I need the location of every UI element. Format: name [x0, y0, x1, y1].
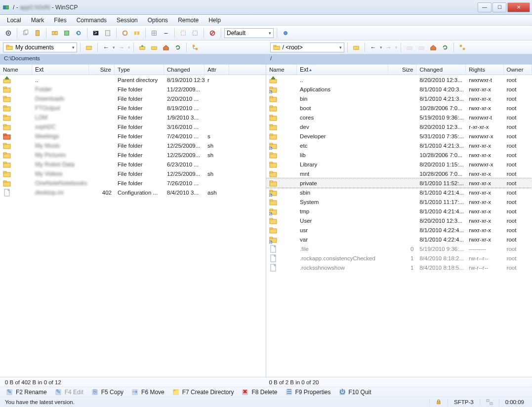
- col-type[interactable]: Type: [115, 65, 164, 75]
- remote-root-icon[interactable]: [416, 42, 427, 53]
- remote-refresh-icon[interactable]: [440, 42, 450, 53]
- menu-session[interactable]: Session: [113, 16, 142, 25]
- local-refresh-icon[interactable]: [172, 42, 183, 53]
- table-row[interactable]: OneNoteNotebooksFile folder7/26/2010 ...: [0, 178, 266, 188]
- table-row[interactable]: bin8/1/2010 4:21:3...rwxr-xr-xroot: [266, 94, 532, 103]
- menu-files[interactable]: Files: [50, 16, 70, 25]
- menu-help[interactable]: Help: [205, 16, 225, 25]
- table-row[interactable]: My VideosFile folder12/25/2009...sh: [0, 169, 266, 178]
- table-row[interactable]: My Robot DataFile folder6/23/2010 ...: [0, 160, 266, 169]
- minus-icon[interactable]: –: [161, 28, 171, 39]
- menu-remote[interactable]: Remote: [174, 16, 203, 25]
- col-name[interactable]: Name: [0, 65, 32, 75]
- table-row[interactable]: FolderFile folder11/22/2009...: [0, 84, 266, 94]
- local-back-icon[interactable]: ←: [101, 42, 112, 53]
- table-row[interactable]: xxphDCFile folder3/16/2010 ...: [0, 122, 266, 131]
- col-size[interactable]: Size: [388, 65, 416, 75]
- table-row[interactable]: cores5/19/2010 9:36:...rwxrwxr-troot: [266, 113, 532, 122]
- table-row[interactable]: User8/20/2010 12:3...rwxr-xr-xroot: [266, 216, 532, 225]
- minimize-button[interactable]: ―: [478, 2, 491, 12]
- table-row[interactable]: sbin8/1/2010 4:21:4...rwxr-xr-xroot: [266, 188, 532, 197]
- table-row[interactable]: Developer5/31/2010 7:35:...rwxrwxr-xroot: [266, 131, 532, 141]
- table-row[interactable]: LDMFile folder1/9/2010 3...: [0, 113, 266, 122]
- tool-b-icon[interactable]: [61, 28, 72, 39]
- refresh-icon[interactable]: [73, 28, 84, 39]
- mark-icon[interactable]: [178, 28, 189, 39]
- unmark-icon[interactable]: [190, 28, 201, 39]
- local-root-icon[interactable]: [149, 42, 160, 53]
- maximize-button[interactable]: ☐: [492, 2, 506, 12]
- table-row[interactable]: .rockapp.consistencyChecked18/4/2010 8:1…: [266, 253, 532, 263]
- sync-icon[interactable]: [120, 28, 130, 39]
- local-tree-icon[interactable]: [190, 42, 201, 53]
- fnkey-move[interactable]: ⇢F6 Move: [127, 389, 168, 396]
- table-row[interactable]: mnt10/28/2006 7:0...rwxr-xr-xroot: [266, 169, 532, 178]
- table-row[interactable]: ..Parent directory8/19/2010 12:3...r: [0, 75, 266, 84]
- col-size[interactable]: Size: [89, 65, 115, 75]
- table-row[interactable]: MeetingsFile folder7/24/2010 ...s: [0, 131, 266, 141]
- menu-local[interactable]: Local: [3, 16, 25, 25]
- fnkey-rename[interactable]: ✎F2 Rename: [2, 389, 51, 396]
- remote-open-folder-icon[interactable]: [351, 42, 362, 53]
- col-changed[interactable]: Changed: [164, 65, 205, 75]
- fnkey-quit[interactable]: ⏻F10 Quit: [335, 389, 375, 396]
- col-ext[interactable]: Ext: [32, 65, 89, 75]
- session-select[interactable]: Default: [224, 28, 274, 38]
- table-row[interactable]: Applications8/1/2010 4:20:3...rwxr-xr-xr…: [266, 84, 532, 94]
- remote-header[interactable]: Name Ext▲ Size Changed Rights Owner: [266, 64, 532, 75]
- terminal-icon[interactable]: >: [90, 28, 101, 39]
- table-row[interactable]: dev8/20/2010 12:3...r-xr-xr-xroot: [266, 122, 532, 131]
- table-row[interactable]: ..8/20/2010 12:3...rwxrwxr-troot: [266, 75, 532, 84]
- col-owner[interactable]: Owner: [504, 65, 532, 75]
- table-row[interactable]: System8/1/2010 11:17:...rwxr-xr-xroot: [266, 197, 532, 206]
- menu-mark[interactable]: Mark: [27, 16, 48, 25]
- table-row[interactable]: desktop.ini402Configuration ...8/4/2010 …: [0, 188, 266, 197]
- table-row[interactable]: My PicturesFile folder12/25/2009...sh: [0, 150, 266, 160]
- table-row[interactable]: boot10/28/2006 7:0...rwxr-xr-xroot: [266, 103, 532, 113]
- remote-forward-icon[interactable]: →: [383, 42, 394, 53]
- copy-icon[interactable]: [20, 28, 31, 39]
- col-ext[interactable]: Ext▲: [297, 65, 388, 75]
- remote-path-select[interactable]: / <root>: [270, 42, 344, 52]
- fnkey-edit[interactable]: ✎F4 Edit: [51, 389, 87, 396]
- table-row[interactable]: DownloadsFile folder2/20/2010 ...: [0, 94, 266, 103]
- table-row[interactable]: etc8/1/2010 4:21:3...rwxr-xr-xroot: [266, 141, 532, 150]
- table-row[interactable]: My MusicFile folder12/25/2009...sh: [0, 141, 266, 150]
- table-row[interactable]: tmp8/1/2010 4:21:4...rwxr-xr-xroot: [266, 206, 532, 216]
- grid-icon[interactable]: [149, 28, 160, 39]
- table-row[interactable]: Library8/20/2010 1:15:...rwxrwxr-xroot: [266, 160, 532, 169]
- remote-tree-icon[interactable]: [457, 42, 468, 53]
- col-changed[interactable]: Changed: [416, 65, 466, 75]
- table-row[interactable]: var8/1/2010 4:22:4...rwxr-xr-xroot: [266, 235, 532, 244]
- table-row[interactable]: private8/1/2010 11:52:...rwxr-xr-xroot: [266, 178, 532, 188]
- table-row[interactable]: FTOutputFile folder8/19/2010 ...: [0, 103, 266, 113]
- col-rights[interactable]: Rights: [466, 65, 503, 75]
- table-row[interactable]: .rocksshnowshow18/4/2010 8:18:5...rw-r--…: [266, 263, 532, 272]
- stop-icon[interactable]: [207, 28, 218, 39]
- remote-file-list[interactable]: ..8/20/2010 12:3...rwxrwxr-trootApplicat…: [266, 75, 532, 377]
- gear2-icon[interactable]: [280, 28, 291, 39]
- calc-icon[interactable]: [102, 28, 113, 39]
- local-drive-select[interactable]: My documents: [3, 42, 77, 52]
- remote-up-icon[interactable]: [404, 42, 415, 53]
- fnkey-delete[interactable]: ✖F8 Delete: [238, 389, 281, 396]
- close-button[interactable]: ✕: [507, 2, 530, 12]
- local-open-folder-icon[interactable]: [83, 42, 94, 53]
- local-header[interactable]: Name Ext Size Type Changed Attr: [0, 64, 266, 75]
- remote-back-icon[interactable]: ←: [368, 42, 379, 53]
- table-row[interactable]: usr8/1/2010 4:22:4...rwxr-xr-xroot: [266, 225, 532, 235]
- compare-icon[interactable]: [131, 28, 142, 39]
- tool-a-icon[interactable]: [49, 28, 60, 39]
- remote-home-icon[interactable]: [428, 42, 439, 53]
- col-name[interactable]: Name: [266, 65, 297, 75]
- gear-icon[interactable]: [3, 28, 14, 39]
- local-file-list[interactable]: ..Parent directory8/19/2010 12:3...rFold…: [0, 75, 266, 377]
- fnkey-props[interactable]: ☰F9 Properties: [282, 389, 335, 396]
- fnkey-copy[interactable]: ⎘F5 Copy: [87, 389, 127, 396]
- local-home-icon[interactable]: [161, 42, 171, 53]
- paste-icon[interactable]: [32, 28, 43, 39]
- fnkey-mkdir[interactable]: 📁F7 Create Directory: [168, 389, 238, 396]
- menu-options[interactable]: Options: [144, 16, 172, 25]
- menu-commands[interactable]: Commands: [73, 16, 111, 25]
- local-up-icon[interactable]: [137, 42, 148, 53]
